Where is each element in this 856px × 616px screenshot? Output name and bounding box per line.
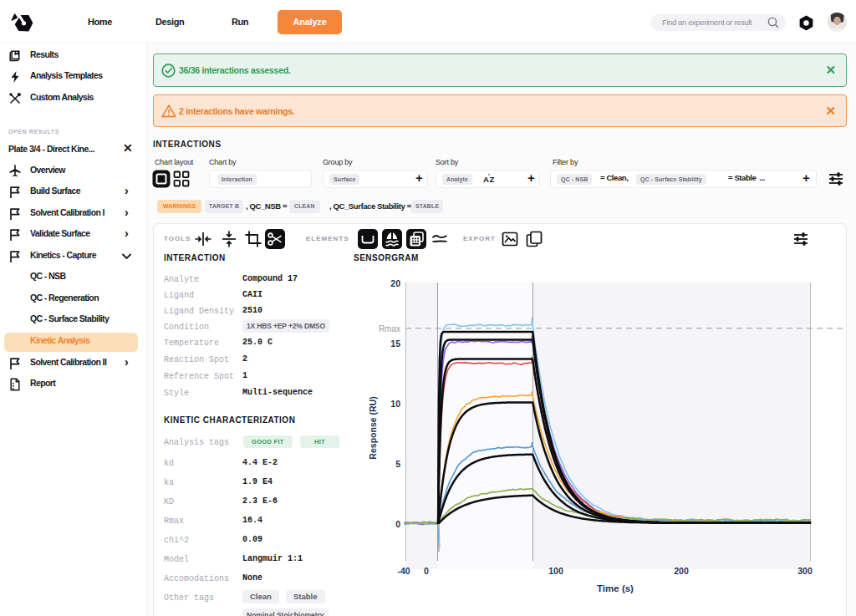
svg-text:5: 5 — [395, 459, 400, 469]
svg-text:0: 0 — [395, 519, 400, 529]
svg-text:300: 300 — [797, 566, 813, 576]
svg-text:100: 100 — [548, 566, 563, 576]
svg-text:200: 200 — [674, 566, 689, 576]
svg-text:A: A — [483, 175, 489, 184]
svg-text:10: 10 — [390, 399, 400, 409]
svg-text:Time (s): Time (s) — [597, 583, 634, 593]
svg-text:-40: -40 — [397, 566, 410, 576]
svg-text:Response (RU): Response (RU) — [368, 396, 378, 459]
svg-text:Z: Z — [490, 175, 495, 184]
svg-text:0: 0 — [424, 566, 429, 576]
svg-text:Rmax: Rmax — [379, 324, 400, 333]
svg-text:20: 20 — [390, 278, 400, 288]
svg-text:15: 15 — [390, 339, 400, 349]
